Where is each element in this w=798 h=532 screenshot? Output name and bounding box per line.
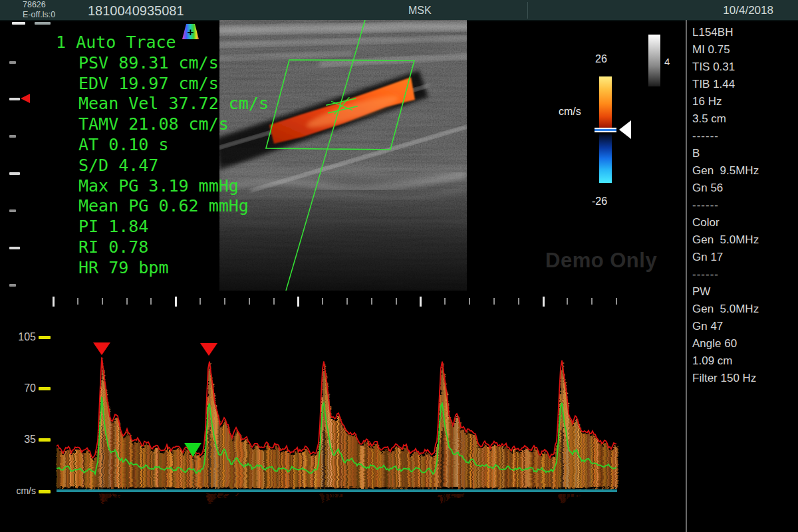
depth-tick bbox=[9, 98, 20, 100]
colorbar-min: -26 bbox=[592, 196, 607, 207]
time-tick bbox=[200, 298, 201, 305]
time-tick bbox=[493, 298, 495, 305]
sidebar-line: PW bbox=[692, 283, 795, 301]
time-tick bbox=[396, 298, 397, 305]
time-ruler bbox=[0, 297, 685, 309]
psv-marker-icon bbox=[93, 342, 110, 355]
axis-tick bbox=[39, 438, 51, 442]
time-tick bbox=[102, 298, 103, 305]
machine-code: 78626 bbox=[23, 1, 46, 9]
velocity-axis: 1057035cm/s bbox=[0, 293, 56, 532]
measurement-line: TAMV 21.08 cm/s bbox=[78, 114, 269, 135]
time-tick bbox=[346, 298, 348, 305]
sidebar-line: MI 0.75 bbox=[692, 41, 795, 59]
measurement-title: 1 Auto Trace bbox=[56, 33, 269, 53]
sidebar-line: Filter 150 Hz bbox=[692, 370, 795, 387]
sidebar-line: TIS 0.31 bbox=[692, 59, 795, 76]
measurement-line: HR 79 bpm bbox=[78, 258, 269, 279]
measurement-line: PSV 89.31 cm/s bbox=[78, 53, 269, 74]
sidebar-line: L154BH bbox=[692, 24, 795, 41]
sidebar-separator: ------ bbox=[692, 128, 795, 145]
svg-text:+: + bbox=[188, 26, 194, 39]
probe-position-marker bbox=[12, 22, 25, 25]
time-tick bbox=[591, 298, 593, 305]
time-tick bbox=[297, 297, 299, 307]
sidebar-line: Gen 5.0MHz bbox=[692, 231, 795, 249]
axis-tick bbox=[39, 490, 51, 493]
status-text: E-off.ls:0 bbox=[23, 11, 55, 19]
depth-tick bbox=[9, 135, 16, 138]
time-tick bbox=[175, 297, 177, 307]
sidebar-line: Gen 9.5MHz bbox=[692, 162, 795, 180]
measurement-line: Mean Vel 37.72 cm/s bbox=[78, 94, 269, 114]
measurement-line: EDV 19.97 cm/s bbox=[78, 74, 269, 94]
spectral-baseline[interactable] bbox=[57, 489, 617, 492]
axis-tick bbox=[39, 387, 51, 390]
time-tick bbox=[616, 298, 617, 305]
time-tick bbox=[543, 297, 545, 307]
axis-tick bbox=[39, 336, 51, 339]
grayscale-map-label: 4 bbox=[664, 56, 670, 67]
depth-tick bbox=[9, 172, 20, 175]
colorbar-baseline-arrow-icon[interactable] bbox=[619, 120, 631, 139]
parameter-sidebar: L154BHMI 0.75TIS 0.31TIB 1.4416 Hz3.5 cm… bbox=[692, 24, 795, 387]
sidebar-line: Angle 60 bbox=[692, 335, 795, 352]
time-tick bbox=[444, 298, 446, 305]
depth-tick bbox=[9, 247, 20, 249]
measurement-line: Max PG 3.19 mmHg bbox=[78, 176, 269, 197]
preset-label: MSK bbox=[408, 5, 432, 17]
grayscale-bar bbox=[648, 35, 660, 86]
time-tick bbox=[322, 298, 323, 305]
time-tick bbox=[469, 298, 470, 305]
top-status-bar: 78626 E-off.ls:0 1810040935081 MSK 10/4/… bbox=[0, 0, 798, 21]
time-tick bbox=[77, 298, 78, 305]
colorbar-unit: cm/s bbox=[559, 106, 581, 118]
sidebar-line: B bbox=[692, 145, 795, 162]
measurement-line: AT 0.10 s bbox=[78, 135, 269, 156]
measurement-line: Mean PG 0.62 mmHg bbox=[78, 196, 269, 217]
sidebar-line: 16 Hz bbox=[692, 93, 795, 110]
measurement-line: S/D 4.47 bbox=[78, 156, 269, 176]
time-tick bbox=[567, 298, 568, 305]
probe-orientation-icon: + bbox=[181, 23, 201, 41]
sidebar-line: Gn 56 bbox=[692, 180, 795, 197]
time-tick bbox=[420, 297, 422, 307]
exam-id: 1810040935081 bbox=[88, 3, 184, 19]
ultrasound-screen: 78626 E-off.ls:0 1810040935081 MSK 10/4/… bbox=[0, 0, 798, 532]
sidebar-divider bbox=[686, 20, 687, 532]
measurement-line: PI 1.84 bbox=[78, 217, 269, 237]
sidebar-line: TIB 1.44 bbox=[692, 76, 795, 93]
sidebar-separator: ------ bbox=[692, 197, 795, 214]
spectral-flame bbox=[57, 359, 618, 504]
sidebar-line: Gen 5.0MHz bbox=[692, 301, 795, 318]
sidebar-separator: ------ bbox=[692, 266, 795, 283]
sidebar-line: Color bbox=[692, 214, 795, 231]
sidebar-line: Gn 47 bbox=[692, 318, 795, 335]
time-tick bbox=[249, 298, 250, 305]
focus-marker-icon[interactable] bbox=[21, 94, 30, 103]
axis-tick-label: 35 bbox=[0, 434, 36, 446]
time-tick bbox=[150, 298, 152, 305]
probe-position-marker bbox=[35, 22, 51, 25]
axis-tick-label: 70 bbox=[0, 382, 36, 394]
axis-unit-label: cm/s bbox=[0, 485, 36, 496]
spectral-doppler-display[interactable] bbox=[57, 309, 617, 532]
colorbar-max: 26 bbox=[595, 53, 607, 65]
sidebar-line: Gn 17 bbox=[692, 249, 795, 266]
depth-tick bbox=[9, 209, 16, 212]
measurement-panel: 1 Auto Trace PSV 89.31 cm/sEDV 19.97 cm/… bbox=[56, 33, 269, 279]
depth-tick bbox=[9, 61, 16, 64]
axis-tick-label: 105 bbox=[0, 331, 36, 343]
sidebar-line: 1.09 cm bbox=[692, 352, 795, 370]
time-tick bbox=[371, 298, 372, 305]
time-tick bbox=[518, 298, 519, 305]
sidebar-line: 3.5 cm bbox=[692, 110, 795, 128]
psv-marker-icon bbox=[200, 343, 217, 356]
topbar-divider bbox=[527, 2, 528, 19]
measurement-line: RI 0.78 bbox=[78, 237, 269, 258]
exam-date: 10/4/2018 bbox=[723, 4, 773, 17]
time-tick bbox=[273, 298, 275, 305]
time-tick bbox=[126, 298, 128, 305]
time-tick bbox=[224, 298, 225, 305]
colorbar-baseline-marker[interactable] bbox=[595, 128, 616, 132]
